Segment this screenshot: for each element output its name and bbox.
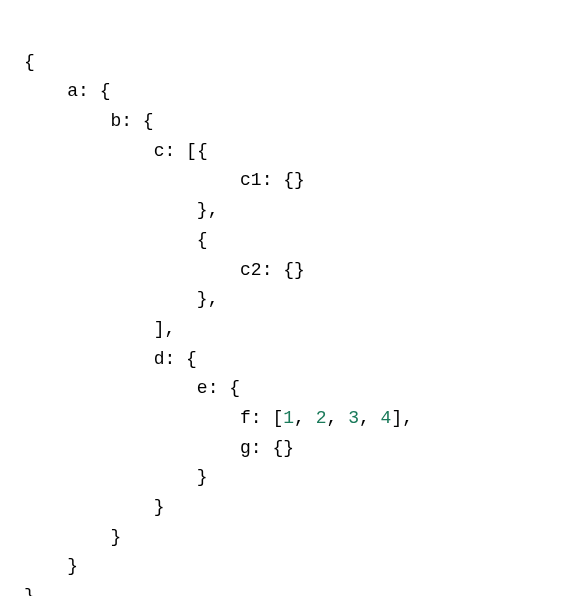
number-2: 2 xyxy=(316,408,327,428)
key-c: c xyxy=(154,141,165,161)
open-brace: { xyxy=(24,52,35,72)
key-b: b xyxy=(110,111,121,131)
empty-obj: {} xyxy=(272,438,294,458)
key-c2: c2 xyxy=(240,260,262,280)
number-1: 1 xyxy=(283,408,294,428)
empty-obj: {} xyxy=(283,170,305,190)
key-f: f xyxy=(240,408,251,428)
key-a: a xyxy=(67,81,78,101)
close-brace: } xyxy=(24,586,35,596)
key-c1: c1 xyxy=(240,170,262,190)
code-block: { a: { b: { c: [{ c1: {} }, { c2: {} }, … xyxy=(24,18,548,596)
key-d: d xyxy=(154,349,165,369)
number-3: 3 xyxy=(348,408,359,428)
number-4: 4 xyxy=(381,408,392,428)
key-g: g xyxy=(240,438,251,458)
empty-obj: {} xyxy=(283,260,305,280)
key-e: e xyxy=(197,378,208,398)
